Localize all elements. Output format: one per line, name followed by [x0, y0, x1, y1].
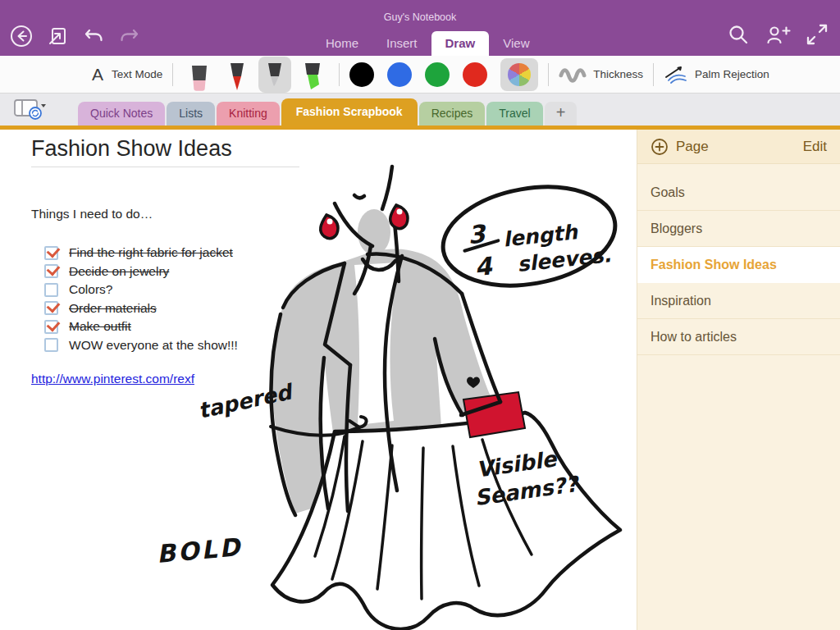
add-person-icon [765, 23, 791, 46]
ink-color-rainbow-wheel[interactable] [500, 58, 538, 91]
section-tab-strip: Quick Notes Lists Knitting Fashion Scrap… [0, 94, 840, 126]
todo-label: Make outfit [69, 319, 131, 334]
highlighter-icon [301, 62, 324, 93]
page-list: Goals Bloggers Fashion Show Ideas Inspir… [637, 175, 840, 355]
topnav-tab[interactable]: View [489, 31, 543, 56]
section-tab[interactable]: Travel [486, 102, 542, 126]
palm-rejection-icon [664, 65, 688, 84]
notebook-pages-icon [13, 97, 46, 121]
edit-pages-button[interactable]: Edit [803, 139, 827, 155]
eraser-icon [188, 63, 211, 93]
section-tab[interactable]: Quick Notes [78, 102, 165, 126]
earring-right [390, 205, 408, 229]
todo-checkbox[interactable] [44, 264, 58, 278]
eraser-tool-button[interactable] [183, 57, 216, 93]
todo-checkbox[interactable] [44, 283, 58, 297]
page-list-item[interactable]: Inspiration [637, 283, 840, 319]
text-mode-button[interactable]: A Text Mode [92, 65, 162, 84]
thickness-squiggle-icon [559, 64, 587, 85]
search-icon [727, 23, 750, 46]
switch-notes-button[interactable] [44, 23, 71, 49]
ribbon-tabs: Home Insert Draw View [312, 31, 543, 56]
hem-annotation: BOLD [156, 532, 244, 568]
section-tab[interactable]: Recipes [419, 102, 486, 126]
page-list-item[interactable]: Fashion Show Ideas [637, 247, 840, 283]
page-list-item[interactable]: Goals [637, 175, 840, 211]
redo-icon [117, 24, 142, 48]
palm-rejection-button[interactable]: Palm Rejection [664, 65, 769, 84]
main-area: Fashion Show Ideas Things I need to do… … [0, 130, 840, 630]
page-list-item[interactable]: Bloggers [637, 211, 840, 247]
undo-icon [81, 24, 106, 48]
topnav-tab[interactable]: Home [312, 31, 372, 56]
fullscreen-button[interactable] [804, 21, 830, 48]
search-button[interactable] [725, 21, 751, 48]
highlighter-tool-button[interactable] [296, 57, 329, 93]
notebook-title: Guy's Notebook [0, 11, 840, 23]
add-page-icon[interactable] [651, 138, 669, 156]
color-wheel-icon [508, 63, 531, 86]
top-app-bar: Guy's Notebook Home Insert Draw View [0, 0, 840, 56]
todo-checkbox[interactable] [44, 301, 58, 315]
share-add-person-button[interactable] [765, 21, 791, 48]
redo-button[interactable] [116, 23, 143, 49]
add-page-button[interactable]: Page [676, 139, 709, 155]
section-tab[interactable]: Fashion Scrapbook [281, 98, 418, 126]
undo-button[interactable] [80, 23, 107, 49]
red-pen-icon [226, 62, 249, 93]
todo-checkbox[interactable] [44, 338, 58, 352]
back-button[interactable] [8, 23, 34, 49]
section-tab[interactable]: Knitting [217, 102, 280, 126]
topnav-tab[interactable]: Draw [431, 31, 490, 56]
todo-label: Colors? [69, 282, 112, 297]
switch-notes-icon [46, 25, 69, 48]
topnav-tab[interactable]: Insert [372, 31, 431, 56]
expand-icon [806, 23, 829, 46]
sidebar-header: Page Edit [637, 130, 840, 164]
toolbar-divider [653, 63, 654, 86]
page-list-sidebar: Page Edit Goals Bloggers Fashion Show Id… [637, 130, 840, 630]
gray-pen-tool-button[interactable] [258, 57, 291, 93]
text-mode-icon: A [92, 65, 103, 84]
text-mode-label: Text Mode [112, 68, 162, 80]
back-icon [9, 24, 34, 48]
ink-color-green[interactable] [425, 62, 450, 87]
notebook-switcher-button[interactable] [13, 97, 46, 121]
palm-rejection-label: Palm Rejection [695, 68, 769, 80]
toolbar-divider [339, 63, 340, 86]
toolbar-divider [172, 63, 173, 86]
earring-left [321, 215, 338, 239]
page-canvas[interactable]: Fashion Show Ideas Things I need to do… … [0, 130, 637, 630]
section-tab[interactable]: Lists [167, 102, 215, 126]
fashion-sketch-drawing: 3 4 length sleeves. [148, 130, 637, 630]
toolbar-divider [548, 63, 549, 86]
intro-text: Things I need to do… [31, 207, 153, 221]
todo-checkbox[interactable] [44, 246, 58, 260]
gray-pen-icon [263, 62, 286, 93]
ink-color-red[interactable] [463, 62, 487, 87]
thickness-label: Thickness [593, 68, 643, 80]
draw-toolbar: A Text Mode [0, 56, 840, 94]
ink-color-black[interactable] [349, 62, 374, 87]
page-list-item[interactable]: How to articles [637, 319, 840, 355]
todo-label: Order materials [69, 301, 157, 316]
todo-checkbox[interactable] [44, 320, 58, 334]
add-section-button[interactable]: + [545, 102, 578, 126]
red-pen-tool-button[interactable] [221, 57, 253, 93]
ink-color-blue[interactable] [387, 62, 412, 87]
thickness-button[interactable]: Thickness [559, 64, 643, 85]
